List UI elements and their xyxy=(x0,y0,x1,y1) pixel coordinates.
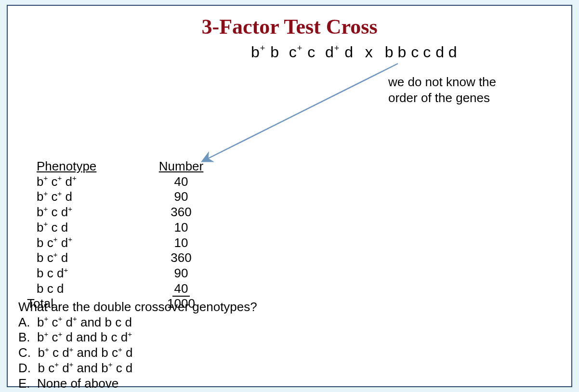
phenotype-cell: b+ c d+ xyxy=(37,205,152,220)
number-cell: 360 xyxy=(152,250,210,266)
answer-option: C. b+ c d+ and b c+ d xyxy=(18,345,257,361)
answer-option: B. b+ c+ d and b c d+ xyxy=(18,330,257,345)
col-header-number: Number xyxy=(152,159,210,174)
question-prompt: What are the double crossover genotypes? xyxy=(18,300,257,315)
phenotype-cell: b c d+ xyxy=(37,266,152,281)
table-row: b c d40 xyxy=(37,281,210,297)
col-header-phenotype: Phenotype xyxy=(37,159,152,174)
number-cell: 40 xyxy=(152,281,210,297)
number-cell: 10 xyxy=(152,220,210,235)
table-row: b+ c d+360 xyxy=(37,205,210,220)
table-row: b c d+90 xyxy=(37,266,210,281)
number-cell: 360 xyxy=(152,205,210,220)
number-cell: 40 xyxy=(152,174,210,190)
phenotype-table: Phenotype Number b+ c+ d+40b+ c+ d90b+ c… xyxy=(37,159,210,312)
phenotype-cell: b+ c+ d+ xyxy=(37,174,152,190)
phenotype-cell: b c d xyxy=(37,281,152,297)
phenotype-cell: b c+ d xyxy=(37,250,152,266)
number-cell: 90 xyxy=(152,266,210,281)
question-block: What are the double crossover genotypes?… xyxy=(18,300,257,391)
side-note: we do not know the order of the genes xyxy=(388,74,496,105)
slide-frame: 3-Factor Test Cross b+ b c+ c d+ d x b b… xyxy=(7,5,572,387)
number-cell: 10 xyxy=(152,235,210,251)
table-row: b+ c+ d90 xyxy=(37,189,210,205)
table-row: b+ c+ d+40 xyxy=(37,174,210,190)
note-line-1: we do not know the xyxy=(388,75,496,89)
het-genotype: b+ b c+ c d+ d xyxy=(251,43,354,61)
cross-x: x xyxy=(365,43,373,61)
number-cell: 90 xyxy=(152,189,210,205)
table-row: b c+ d+10 xyxy=(37,235,210,251)
hom-genotype: b bc cd d xyxy=(385,43,462,61)
table-row: b c+ d360 xyxy=(37,250,210,266)
phenotype-cell: b c+ d+ xyxy=(37,235,152,251)
answer-option: D. b c+ d+ and b+ c d xyxy=(18,361,257,376)
phenotype-cell: b+ c d xyxy=(37,220,152,235)
cross-genotype: b+ b c+ c d+ d x b bc cd d xyxy=(251,43,462,61)
phenotype-cell: b+ c+ d xyxy=(37,189,152,205)
answer-option: A. b+ c+ d+ and b c d xyxy=(18,315,257,330)
svg-line-0 xyxy=(205,64,398,160)
slide-title: 3-Factor Test Cross xyxy=(8,14,571,39)
table-row: b+ c d10 xyxy=(37,220,210,235)
note-line-2: order of the genes xyxy=(388,91,490,105)
answer-option: E. None of above xyxy=(18,376,257,392)
